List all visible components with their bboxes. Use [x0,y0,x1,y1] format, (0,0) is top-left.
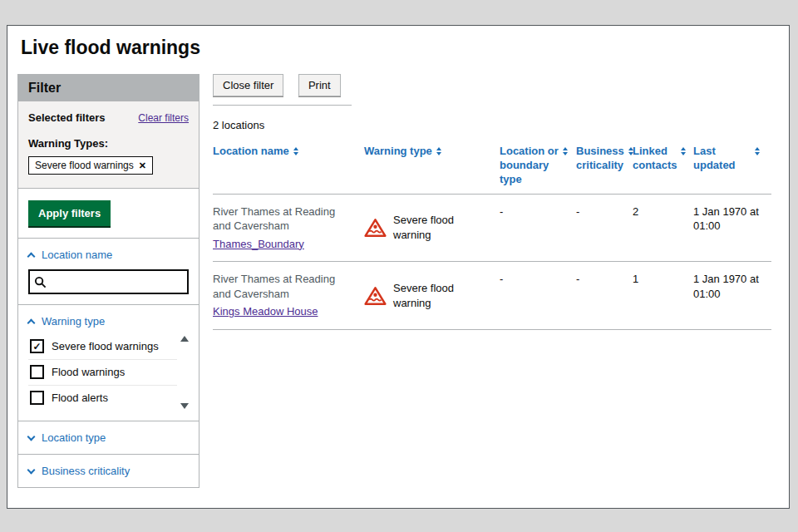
filter-section-location-name: Location name [18,238,199,304]
business-criticality-cell: - [576,262,633,329]
sort-icon [755,147,760,155]
severe-flood-warning-icon [364,218,387,238]
chevron-up-icon [27,253,36,261]
checkbox-unchecked-icon[interactable] [30,365,44,379]
apply-filters-section: Apply filters [18,188,199,238]
location-name-text: River Thames at Reading and Caversham [213,272,356,301]
location-type-accordion-toggle[interactable]: Location type [28,431,189,444]
checkbox-row-flood-warnings[interactable]: Flood warnings [28,360,177,386]
location-or-boundary-type-cell: - [500,195,576,262]
location-name-accordion-label: Location name [42,249,112,261]
filter-section-location-type: Location type [18,421,199,454]
search-icon [34,276,47,288]
location-link[interactable]: Kings Meadow House [213,304,318,319]
column-header-warning-type[interactable]: Warning type [364,143,500,194]
warning-type-options-list: Severe flood warnings Flood warnings Flo… [28,334,189,411]
warning-type-accordion-label: Warning type [42,315,105,328]
results-area: Close filter Print 2 locations Location … [213,74,771,330]
toolbar: Close filter Print [213,74,352,106]
sort-icon [436,147,441,155]
checkbox-label: Flood alerts [52,392,108,404]
location-type-accordion-label: Location type [42,431,106,444]
column-header-last-updated[interactable]: Last updated [693,143,768,194]
severe-flood-warning-icon [364,286,387,306]
column-header-location-or-boundary-type[interactable]: Location or boundary type [500,143,576,194]
chevron-up-icon [27,319,36,328]
location-name-accordion-toggle[interactable]: Location name [28,249,189,261]
checkbox-row-severe-flood-warnings[interactable]: Severe flood warnings [28,334,177,360]
warning-types-label: Warning Types: [28,137,189,150]
scroll-down-icon[interactable] [180,403,189,409]
checkbox-unchecked-icon[interactable] [30,391,44,405]
selected-filter-tag-label: Severe flood warnings [35,160,134,171]
location-link[interactable]: Thames_Boundary [213,237,304,252]
column-header-business-criticality[interactable]: Business criticality [576,143,633,194]
linked-contacts-cell: 2 [633,195,693,262]
filter-panel-header: Filter [18,75,199,101]
page-title: Live flood warnings [21,37,200,59]
selected-filter-tag[interactable]: Severe flood warnings ✕ [28,156,153,175]
table-header-row: Location name Warning type Location or b… [213,143,771,195]
business-criticality-accordion-label: Business criticality [42,465,130,477]
location-or-boundary-type-cell: - [500,262,576,329]
checkbox-label: Severe flood warnings [52,340,159,352]
close-filter-button[interactable]: Close filter [213,74,283,96]
warning-type-accordion-toggle[interactable]: Warning type [28,315,189,328]
checkbox-label: Flood warnings [52,366,125,378]
filter-panel: Filter Selected filters Clear filters Wa… [17,74,200,488]
linked-contacts-cell: 1 [633,262,693,329]
remove-tag-icon[interactable]: ✕ [139,160,146,171]
warning-type-text: Severe flood warning [393,281,491,310]
checkbox-checked-icon[interactable] [30,339,44,353]
main-window: Live flood warnings Filter Selected filt… [7,25,790,509]
filter-section-business-criticality: Business criticality [18,454,199,487]
sort-icon [293,147,298,155]
last-updated-cell: 1 Jan 1970 at 01:00 [693,262,768,329]
warning-type-text: Severe flood warning [393,213,491,242]
business-criticality-cell: - [576,195,633,262]
chevron-down-icon [27,466,36,474]
column-header-linked-contacts[interactable]: Linked contacts [633,143,693,194]
location-name-search[interactable] [28,269,189,294]
table-row: River Thames at Reading and Caversham Ki… [213,262,771,330]
results-count: 2 locations [213,119,771,131]
column-header-location-name[interactable]: Location name [213,143,364,194]
print-button[interactable]: Print [298,74,341,96]
sort-icon [681,147,686,155]
selected-filters-section: Selected filters Clear filters Warning T… [18,101,199,188]
business-criticality-accordion-toggle[interactable]: Business criticality [28,465,189,477]
chevron-down-icon [27,432,36,441]
sort-icon [563,147,568,155]
table-row: River Thames at Reading and Caversham Th… [213,195,771,263]
checkbox-row-flood-alerts[interactable]: Flood alerts [28,386,177,411]
last-updated-cell: 1 Jan 1970 at 01:00 [693,195,768,262]
clear-filters-link[interactable]: Clear filters [138,112,189,124]
apply-filters-button[interactable]: Apply filters [28,200,111,226]
selected-filters-label: Selected filters [28,111,106,124]
scroll-up-icon[interactable] [180,336,189,342]
location-name-text: River Thames at Reading and Caversham [213,204,356,234]
filter-section-warning-type: Warning type Severe flood warnings Flood… [18,304,199,421]
